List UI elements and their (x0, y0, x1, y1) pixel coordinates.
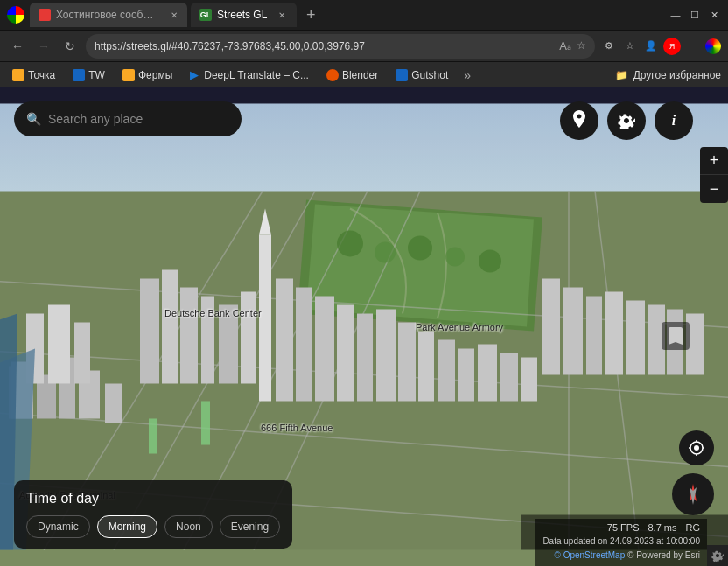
time-buttons: Dynamic Morning Noon Evening (26, 515, 280, 538)
svg-rect-60 (201, 402, 210, 445)
time-btn-evening[interactable]: Evening (220, 515, 280, 538)
minimize-button[interactable]: — (668, 8, 682, 22)
translate-icon[interactable]: Aₐ (559, 39, 571, 52)
nav-bar: ← → ↻ https://streets.gl/#40.76237,-73.9… (0, 30, 728, 61)
maximize-button[interactable]: ☐ (688, 8, 702, 22)
bookmark-gutshot-label: Gutshot (411, 69, 448, 81)
search-placeholder: Search any place (48, 112, 143, 126)
bookmark-tochka-icon (12, 69, 24, 81)
ext-profile-icon[interactable]: 👤 (642, 38, 660, 55)
map-container[interactable]: 🔍 Search any place i Deutsche Bank Cente… (0, 87, 728, 566)
tab-streets[interactable]: GL Streets GL ✕ (191, 3, 297, 27)
bookmark-tochka-label: Точка (28, 69, 55, 81)
ext-star-icon[interactable]: ☆ (621, 38, 639, 55)
bookmark-deepl-arrow-icon: ▶ (190, 68, 199, 81)
bookmark-tw-icon (73, 69, 85, 81)
bookmark-deepl-label: DeepL Translate – C... (204, 69, 309, 81)
bookmark-fermy-label: Фермы (138, 69, 172, 81)
bookmark-gutshot[interactable]: Gutshot (390, 67, 453, 83)
top-right-buttons: i (560, 101, 693, 140)
browser-frame: Хостинговое сообщество «Time... ✕ GL Str… (0, 0, 728, 566)
tab-close-streets[interactable]: ✕ (276, 9, 288, 21)
refresh-button[interactable]: ↻ (60, 36, 80, 57)
svg-rect-61 (149, 419, 158, 454)
ext-yandex-icon[interactable]: Я (663, 38, 681, 55)
map-bookmark-icon[interactable] (662, 322, 690, 350)
close-button[interactable]: ✕ (707, 8, 721, 22)
zoom-in-button[interactable]: + (700, 147, 728, 175)
location-pin-button[interactable] (560, 101, 598, 140)
forward-button[interactable]: → (33, 36, 54, 57)
time-btn-morning[interactable]: Morning (97, 515, 158, 538)
time-btn-dynamic[interactable]: Dynamic (26, 515, 90, 538)
bookmark-blender-label: Blender (342, 69, 378, 81)
label-park-ave: Park Avenue Armory (416, 322, 503, 332)
bookmark-tw[interactable]: TW (67, 67, 110, 83)
tab-favicon-streets: GL (200, 9, 212, 21)
tab-hosting[interactable]: Хостинговое сообщество «Time... ✕ (30, 3, 187, 27)
tab-bar: Хостинговое сообщество «Time... ✕ GL Str… (30, 3, 663, 27)
folder-icon: 📁 (615, 69, 628, 81)
bookmark-tochka[interactable]: Точка (7, 67, 60, 83)
ext-color-icon[interactable] (705, 38, 721, 54)
window-controls: — ☐ ✕ (668, 8, 721, 22)
bookmark-gutshot-icon (396, 69, 408, 81)
compass[interactable] (672, 473, 714, 515)
tab-close-hosting[interactable]: ✕ (170, 9, 178, 21)
zoom-buttons: + − (700, 147, 728, 203)
address-text: https://streets.gl/#40.76237,-73.97683,4… (94, 40, 554, 52)
time-panel-title: Time of day (26, 491, 280, 507)
time-of-day-panel: Time of day Dynamic Morning Noon Evening (14, 480, 292, 549)
time-btn-noon[interactable]: Noon (164, 515, 213, 538)
status-bar: 75 FPS 8.7 ms RG Data updated on 24.09.2… (536, 519, 707, 566)
openstreetmap-link[interactable]: © OpenStreetMap (555, 550, 626, 560)
bookmarks-right: 📁 Другое избранное (615, 69, 721, 81)
rg-value: RG (686, 522, 701, 533)
search-bar[interactable]: 🔍 Search any place (14, 101, 242, 136)
address-bar[interactable]: https://streets.gl/#40.76237,-73.97683,4… (86, 34, 595, 59)
extension-icons: ⚙ ☆ 👤 Я ⋯ (600, 38, 721, 55)
title-bar: Хостинговое сообщество «Time... ✕ GL Str… (0, 0, 728, 30)
tab-label-hosting: Хостинговое сообщество «Time... (56, 9, 161, 21)
bookmark-fermy[interactable]: Фермы (117, 67, 178, 83)
ms-value: 8.7 ms (648, 522, 676, 533)
status-data-updated: Data updated on 24.09.2023 at 10:00:00 ©… (542, 535, 700, 563)
bookmark-star-icon[interactable]: ☆ (577, 39, 586, 52)
browser-logo-icon (7, 6, 24, 24)
bookmark-fermy-icon (122, 69, 135, 81)
settings-button[interactable] (607, 101, 646, 140)
gps-button[interactable] (679, 430, 714, 465)
tab-favicon-hosting (38, 9, 51, 21)
ext-settings-icon[interactable]: ⚙ (600, 38, 618, 55)
bottom-gear-button[interactable] (707, 545, 728, 566)
svg-point-63 (694, 445, 699, 451)
other-bookmarks-label[interactable]: Другое избранное (634, 69, 721, 81)
bookmark-blender[interactable]: Blender (321, 67, 383, 83)
tab-label-streets: Streets GL (217, 9, 267, 21)
bookmark-tw-label: TW (88, 69, 105, 81)
bookmark-deepl[interactable]: ▶ DeepL Translate – C... (185, 66, 314, 83)
label-deutsche: Deutsche Bank Center (164, 308, 262, 318)
fps-row: 75 FPS 8.7 ms RG (542, 522, 700, 533)
bookmarks-more-button[interactable]: » (460, 68, 474, 82)
bookmark-blender-icon (326, 69, 339, 81)
new-tab-button[interactable]: + (300, 4, 321, 25)
back-button[interactable]: ← (7, 36, 28, 57)
address-icons: Aₐ ☆ (559, 39, 586, 52)
label-fifth-ave: 666 Fifth Avenue (261, 423, 332, 433)
esri-attribution: © Powered by Esri (627, 550, 700, 560)
ext-more-icon[interactable]: ⋯ (684, 38, 702, 55)
bookmarks-bar: Точка TW Фермы ▶ DeepL Translate – C... … (0, 61, 728, 87)
fps-value: 75 FPS (607, 522, 640, 533)
search-icon: 🔍 (26, 112, 41, 126)
zoom-out-button[interactable]: − (700, 175, 728, 203)
info-button[interactable]: i (654, 101, 693, 140)
